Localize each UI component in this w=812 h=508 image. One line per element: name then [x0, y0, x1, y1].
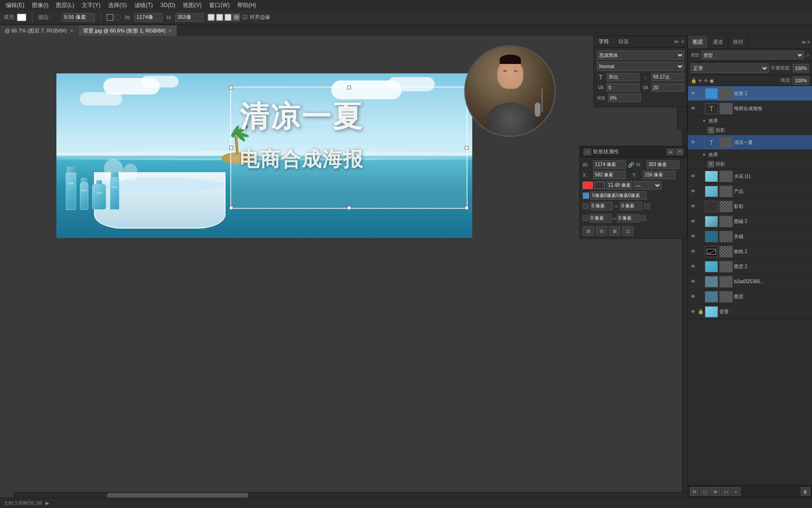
add-mask-btn[interactable]: ◻: [700, 487, 710, 496]
shape-rect-icon[interactable]: [107, 14, 113, 21]
layer-vis-water[interactable]: 👁: [690, 173, 696, 180]
prop-expand-icon[interactable]: ▲: [667, 149, 674, 155]
tab-layer7[interactable]: @ 66.7% (图层 7, RGB/8#) ✕: [0, 25, 78, 36]
layer-item-text2[interactable]: 👁 T 电商合成海报: [688, 101, 812, 116]
layer-item-bg[interactable]: 👁 🔒 背景: [688, 304, 812, 319]
lock-pos-icon[interactable]: ✢: [704, 78, 708, 83]
tab-background[interactable]: 背景.jpg @ 60.6% (矩形 1, RGB/8#) ✕: [78, 25, 177, 36]
fill-color-swatch[interactable]: [17, 14, 26, 21]
align-center-icon[interactable]: ⬜: [216, 14, 223, 21]
font-size-input[interactable]: [607, 73, 640, 81]
font-family-select[interactable]: 思源黑体: [597, 50, 684, 60]
status-arrow[interactable]: ▶: [46, 500, 49, 506]
tab-channels[interactable]: 通道: [708, 36, 728, 48]
add-style-btn[interactable]: fx: [690, 487, 699, 496]
add-group-btn[interactable]: ▭: [721, 487, 730, 496]
prop-rect-icon[interactable]: ▭: [584, 149, 591, 155]
prop-x-input[interactable]: [593, 171, 626, 179]
handle-mr[interactable]: [465, 146, 468, 150]
effect-expand-icon2[interactable]: ▼: [702, 152, 706, 157]
height-input[interactable]: [175, 13, 203, 22]
layer-vis-img2[interactable]: 👁: [690, 263, 696, 270]
lock-all-icon[interactable]: 🔒: [691, 78, 696, 83]
handle-bl[interactable]: [229, 206, 233, 210]
prop-w-input[interactable]: [593, 160, 626, 169]
prop-corner-chain[interactable]: ∞: [613, 216, 616, 221]
stroke-color-swatch[interactable]: [51, 14, 61, 21]
add-layer-btn[interactable]: +: [731, 487, 741, 496]
leading-input[interactable]: [651, 73, 684, 81]
layer-item-rect1[interactable]: 👁 矩形 1: [688, 86, 812, 101]
layer-item-text1[interactable]: 👁 T 清凉一夏: [688, 135, 812, 150]
handle-br[interactable]: [465, 206, 468, 210]
prop-pad-checkbox2[interactable]: [644, 203, 650, 209]
delete-layer-btn[interactable]: 🗑: [801, 487, 810, 496]
menu-image[interactable]: 图像(I): [29, 0, 51, 10]
prop-pad-right-input[interactable]: [620, 202, 642, 210]
h-scroll-thumb[interactable]: [107, 493, 248, 498]
layer-vis-clip[interactable]: 👁: [690, 233, 696, 240]
va-input[interactable]: [607, 83, 640, 92]
layer-item-layer2[interactable]: 👁 图磁 2: [688, 214, 812, 229]
prop-corner-checkbox2[interactable]: [640, 215, 646, 221]
prop-close-icon[interactable]: ✕: [676, 149, 683, 155]
layer-item-clip[interactable]: 👁 夹磁: [688, 229, 812, 244]
width-input[interactable]: [134, 13, 163, 22]
layer-vis-layer[interactable]: 👁: [690, 294, 696, 300]
canvas-image[interactable]: OSM OSM OSM: [56, 73, 472, 238]
tab-paragraph[interactable]: 段落: [614, 36, 633, 47]
handle-tm[interactable]: [347, 86, 351, 89]
prop-h-input[interactable]: [647, 160, 679, 169]
char-panel-expand[interactable]: ≫: [673, 38, 679, 45]
filter-toggle[interactable]: ○: [806, 52, 809, 58]
layer-vis-shadow[interactable]: 👁: [690, 203, 696, 210]
prop-align-btn2[interactable]: ⊟: [596, 226, 607, 236]
layer-item-hash[interactable]: 👁 b2ad325366...: [688, 274, 812, 289]
align-right-icon[interactable]: ⬜: [224, 14, 232, 21]
layer-item-img2[interactable]: 👁 图层 2: [688, 259, 812, 274]
link-wh-icon[interactable]: 🔗: [628, 162, 634, 168]
prop-stroke-size-input[interactable]: [606, 181, 632, 190]
handle-bm[interactable]: [347, 206, 351, 210]
layer-item-layer[interactable]: 👁 图层: [688, 289, 812, 304]
layer-vis-hash[interactable]: 👁: [690, 278, 696, 285]
tab-paths[interactable]: 路径: [728, 36, 749, 48]
opacity-input[interactable]: [793, 64, 809, 72]
tab-layers[interactable]: 图层: [688, 36, 708, 48]
tracking-input[interactable]: [651, 83, 684, 92]
handle-ml[interactable]: [229, 146, 233, 150]
drop-shadow-1[interactable]: f 投影: [688, 126, 812, 135]
prop-align-btn3[interactable]: ⊠: [609, 226, 620, 236]
add-adjustment-btn[interactable]: ⊕: [710, 487, 720, 496]
layer-vis-bg[interactable]: 👁: [690, 309, 696, 315]
effect-expand-icon1[interactable]: ▼: [702, 119, 706, 123]
prop-hex-swatch[interactable]: [583, 192, 589, 199]
scale-input[interactable]: [608, 94, 641, 102]
gear-icon[interactable]: ⚙: [233, 14, 240, 21]
layer-vis-rect1[interactable]: 👁: [690, 90, 696, 97]
h-scrollbar[interactable]: [13, 492, 687, 498]
align-left-icon[interactable]: ⬜: [207, 14, 215, 21]
font-style-select[interactable]: Normal: [597, 62, 684, 71]
filter-kind-select[interactable]: 类型: [701, 51, 804, 59]
prop-corner-tl[interactable]: [589, 214, 612, 222]
prop-y-input[interactable]: [643, 171, 676, 179]
layer-vis-curves[interactable]: 👁: [690, 248, 696, 255]
prop-corner-checkbox[interactable]: [583, 215, 588, 221]
prop-stroke-swatch[interactable]: [594, 182, 605, 189]
layer-item-product[interactable]: 👁 产品: [688, 184, 812, 199]
layer-vis-text2[interactable]: 👁: [690, 105, 696, 112]
menu-help[interactable]: 帮助(H): [234, 0, 259, 10]
tab-close-0[interactable]: ✕: [70, 28, 73, 33]
prop-align-btn1[interactable]: ⊞: [583, 226, 594, 236]
stroke-size-input[interactable]: [62, 13, 95, 22]
layer-vis-text1[interactable]: 👁: [690, 139, 696, 146]
layer-vis-product[interactable]: 👁: [690, 188, 696, 195]
fill-input[interactable]: [793, 76, 809, 85]
layer-item-shadow[interactable]: 👁 影彩: [688, 199, 812, 214]
prop-pad-top-input[interactable]: [590, 202, 613, 210]
handle-tl[interactable]: [229, 86, 233, 89]
prop-stroke-type-select[interactable]: — - - ···: [633, 181, 662, 190]
char-panel-menu[interactable]: ≡: [680, 38, 685, 45]
menu-layer[interactable]: 图层(L): [53, 0, 77, 10]
